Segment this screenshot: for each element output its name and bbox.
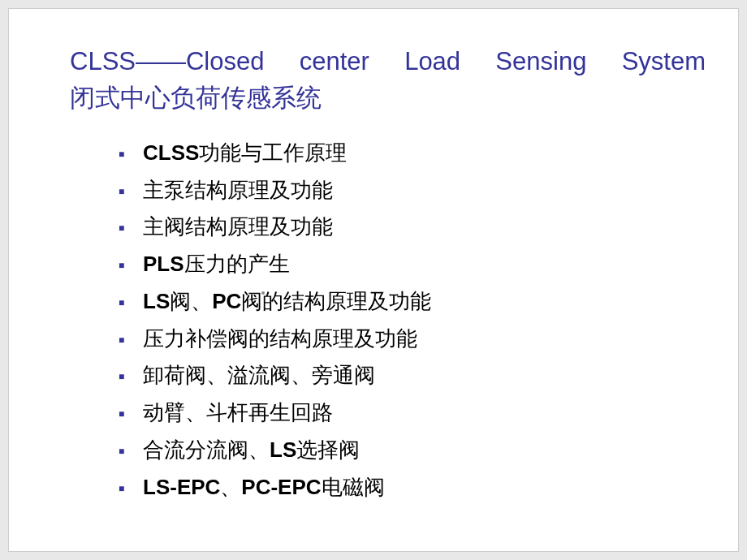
list-item: LS阀、PC阀的结构原理及功能	[119, 283, 738, 321]
slide: CLSS——Closed center Load Sensing System …	[8, 8, 739, 552]
list-item: LS-EPC、PC-EPC电磁阀	[119, 469, 738, 506]
list-item: 主泵结构原理及功能	[119, 172, 738, 209]
list-item: 动臂、斗杆再生回路	[119, 394, 738, 432]
list-item: PLS压力的产生	[119, 246, 738, 283]
bullet-text: 动臂、斗杆再生回路	[143, 400, 333, 424]
bullet-list: CLSS功能与工作原理 主泵结构原理及功能 主阀结构原理及功能 PLS压力的产生…	[9, 135, 738, 506]
list-item: 卸荷阀、溢流阀、旁通阀	[119, 357, 738, 394]
title-line-1: CLSS——Closed center Load Sensing System	[70, 47, 706, 75]
title-line-2: 闭式中心负荷传感系统	[70, 80, 706, 117]
bullet-prefix: LS	[143, 289, 170, 313]
bullet-text: 、	[220, 475, 241, 499]
bullet-prefix: CLSS	[143, 140, 199, 165]
bullet-suffix: 阀的结构原理及功能	[241, 289, 431, 313]
list-item: 合流分流阀、LS选择阀	[119, 432, 738, 469]
bullet-text: 压力的产生	[184, 252, 290, 276]
bullet-text: 合流分流阀、	[143, 437, 270, 462]
bullet-text: 主泵结构原理及功能	[143, 178, 333, 202]
bullet-mid: PC-EPC	[241, 475, 321, 499]
slide-title: CLSS——Closed center Load Sensing System …	[9, 44, 738, 117]
bullet-mid: PC	[212, 289, 241, 313]
list-item: 压力补偿阀的结构原理及功能	[119, 321, 738, 358]
bullet-mid: LS	[270, 437, 296, 462]
bullet-text: 功能与工作原理	[199, 140, 347, 165]
bullet-prefix: LS-EPC	[143, 475, 220, 499]
list-item: 主阀结构原理及功能	[119, 209, 738, 246]
bullet-suffix: 电磁阀	[322, 475, 385, 499]
list-item: CLSS功能与工作原理	[119, 135, 738, 172]
bullet-text: 阀、	[170, 289, 212, 313]
bullet-text: 压力补偿阀的结构原理及功能	[143, 326, 417, 351]
bullet-text: 卸荷阀、溢流阀、旁通阀	[143, 363, 375, 387]
bullet-prefix: PLS	[143, 252, 184, 276]
bullet-suffix: 选择阀	[296, 437, 360, 462]
bullet-text: 主阀结构原理及功能	[143, 214, 333, 239]
